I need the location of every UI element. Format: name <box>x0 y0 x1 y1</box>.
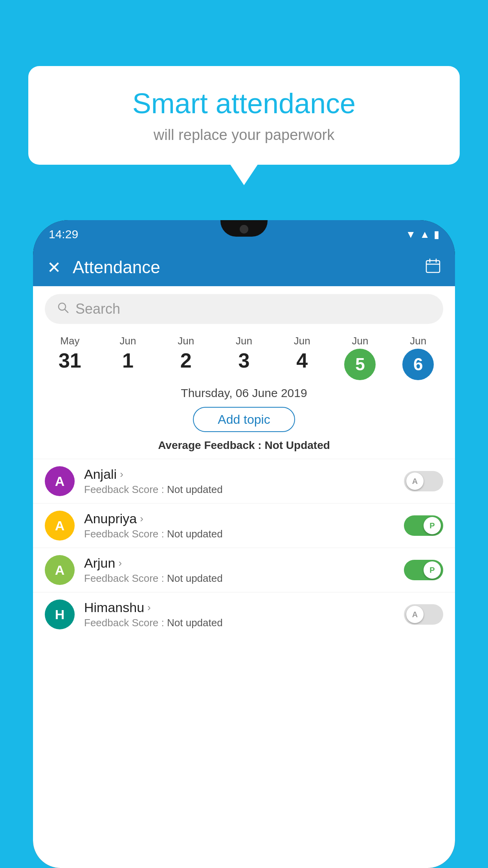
student-name: Anjali › <box>84 467 394 482</box>
chevron-right-icon: › <box>118 557 122 569</box>
toggle-track: P <box>404 515 443 536</box>
calendar-icon[interactable] <box>425 258 441 277</box>
svg-line-5 <box>65 309 68 313</box>
date-day: 3 <box>238 349 250 372</box>
student-info: Anjali ›Feedback Score : Not updated <box>84 467 394 496</box>
attendance-toggle[interactable]: P <box>404 560 443 580</box>
attendance-toggle[interactable]: A <box>404 604 443 625</box>
date-day: 1 <box>122 349 134 372</box>
student-avatar: A <box>45 555 75 585</box>
date-month: Jun <box>294 335 310 347</box>
student-feedback: Feedback Score : Not updated <box>84 572 394 585</box>
signal-icon: ▲ <box>420 228 430 241</box>
date-month: Jun <box>352 335 368 347</box>
status-bar: 14:29 ▼ ▲ ▮ <box>33 220 455 248</box>
student-item[interactable]: HHimanshu ›Feedback Score : Not updatedA <box>33 592 455 636</box>
student-item[interactable]: AAnjali ›Feedback Score : Not updatedA <box>33 459 455 503</box>
date-day: 6 <box>402 349 434 380</box>
app-bar: ✕ Attendance <box>33 248 455 286</box>
toggle-knob: P <box>424 517 441 534</box>
camera <box>240 225 248 234</box>
date-day: 5 <box>344 349 376 380</box>
toggle-knob: P <box>424 561 441 579</box>
phone-screen: Search May31Jun1Jun2Jun3Jun4Jun5Jun6 Thu… <box>33 286 455 868</box>
date-month: Jun <box>236 335 252 347</box>
date-col[interactable]: Jun1 <box>99 335 157 372</box>
student-avatar: A <box>45 511 75 541</box>
date-col[interactable]: Jun6 <box>389 335 447 380</box>
date-col[interactable]: May31 <box>41 335 99 372</box>
student-name: Anupriya › <box>84 511 394 526</box>
bubble-subtitle: will replace your paperwork <box>52 127 436 143</box>
toggle-track: P <box>404 560 443 580</box>
student-name: Himanshu › <box>84 600 394 615</box>
attendance-toggle[interactable]: A <box>404 471 443 491</box>
date-month: Jun <box>120 335 136 347</box>
date-month: Jun <box>410 335 426 347</box>
student-info: Himanshu ›Feedback Score : Not updated <box>84 600 394 629</box>
search-bar[interactable]: Search <box>45 294 443 324</box>
search-icon <box>57 301 69 317</box>
student-info: Arjun ›Feedback Score : Not updated <box>84 555 394 585</box>
date-day: 2 <box>180 349 192 372</box>
close-button[interactable]: ✕ <box>47 258 61 277</box>
chevron-right-icon: › <box>147 601 151 614</box>
date-day: 31 <box>59 349 81 372</box>
avg-feedback: Average Feedback : Not Updated <box>33 439 455 452</box>
svg-rect-0 <box>426 261 440 272</box>
student-feedback: Feedback Score : Not updated <box>84 484 394 496</box>
app-title: Attendance <box>73 257 413 277</box>
bubble-title: Smart attendance <box>52 87 436 120</box>
date-col[interactable]: Jun3 <box>215 335 273 372</box>
student-list: AAnjali ›Feedback Score : Not updatedAAA… <box>33 459 455 636</box>
status-time: 14:29 <box>49 228 78 241</box>
search-placeholder: Search <box>75 301 120 317</box>
add-topic-label: Add topic <box>218 412 270 427</box>
student-name: Arjun › <box>84 555 394 571</box>
add-topic-button[interactable]: Add topic <box>193 407 295 432</box>
attendance-toggle[interactable]: P <box>404 515 443 536</box>
student-avatar: H <box>45 600 75 629</box>
date-strip: May31Jun1Jun2Jun3Jun4Jun5Jun6 <box>33 328 455 380</box>
student-item[interactable]: AAnupriya ›Feedback Score : Not updatedP <box>33 503 455 548</box>
selected-date-label: Thursday, 06 June 2019 <box>33 386 455 400</box>
date-month: May <box>60 335 79 347</box>
date-col[interactable]: Jun4 <box>273 335 331 372</box>
phone-frame: 14:29 ▼ ▲ ▮ ✕ Attendance <box>33 220 455 868</box>
toggle-track: A <box>404 604 443 625</box>
chevron-right-icon: › <box>140 513 143 525</box>
chevron-right-icon: › <box>120 468 123 480</box>
student-avatar: A <box>45 466 75 496</box>
avg-feedback-value: Not Updated <box>264 439 330 451</box>
wifi-icon: ▼ <box>406 228 416 241</box>
battery-icon: ▮ <box>434 228 439 241</box>
date-col[interactable]: Jun2 <box>157 335 215 372</box>
student-feedback: Feedback Score : Not updated <box>84 617 394 629</box>
status-icons: ▼ ▲ ▮ <box>406 228 439 241</box>
toggle-track: A <box>404 471 443 491</box>
student-item[interactable]: AArjun ›Feedback Score : Not updatedP <box>33 548 455 592</box>
speech-bubble: Smart attendance will replace your paper… <box>28 66 460 165</box>
avg-feedback-label: Average Feedback : <box>158 439 264 451</box>
toggle-knob: A <box>406 606 424 623</box>
date-day: 4 <box>296 349 308 372</box>
notch <box>220 220 268 237</box>
toggle-knob: A <box>406 473 424 490</box>
date-col[interactable]: Jun5 <box>331 335 389 380</box>
student-feedback: Feedback Score : Not updated <box>84 528 394 540</box>
student-info: Anupriya ›Feedback Score : Not updated <box>84 511 394 540</box>
date-month: Jun <box>178 335 194 347</box>
